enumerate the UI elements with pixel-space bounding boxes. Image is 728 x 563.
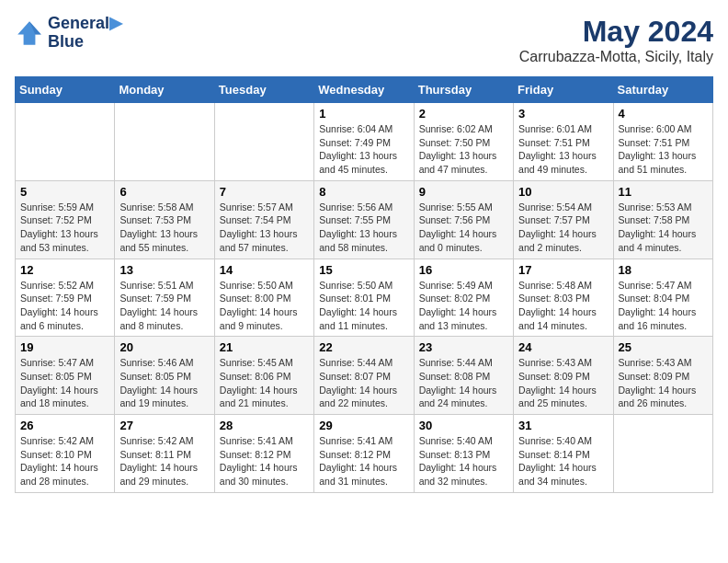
day-info: Sunrise: 5:42 AM Sunset: 8:11 PM Dayligh… xyxy=(119,434,209,488)
day-info: Sunrise: 5:59 AM Sunset: 7:52 PM Dayligh… xyxy=(20,201,109,255)
day-number: 20 xyxy=(119,340,209,354)
calendar-cell: 5Sunrise: 5:59 AM Sunset: 7:52 PM Daylig… xyxy=(16,180,115,259)
day-info: Sunrise: 6:02 AM Sunset: 7:50 PM Dayligh… xyxy=(419,122,508,177)
calendar-week-row: 12Sunrise: 5:52 AM Sunset: 7:59 PM Dayli… xyxy=(16,259,713,337)
day-number: 31 xyxy=(518,419,608,432)
day-info: Sunrise: 5:40 AM Sunset: 8:13 PM Dayligh… xyxy=(419,434,508,488)
day-number: 6 xyxy=(119,185,209,199)
day-number: 24 xyxy=(518,340,608,354)
day-number: 7 xyxy=(220,185,309,199)
day-info: Sunrise: 6:04 AM Sunset: 7:49 PM Dayligh… xyxy=(319,122,408,177)
logo-icon xyxy=(15,18,44,48)
day-info: Sunrise: 5:43 AM Sunset: 8:09 PM Dayligh… xyxy=(518,356,608,410)
day-info: Sunrise: 5:42 AM Sunset: 8:10 PM Dayligh… xyxy=(20,434,109,488)
day-number: 4 xyxy=(619,107,708,121)
day-info: Sunrise: 5:44 AM Sunset: 8:08 PM Dayligh… xyxy=(419,356,508,410)
calendar-cell: 18Sunrise: 5:47 AM Sunset: 8:04 PM Dayli… xyxy=(613,259,712,337)
day-info: Sunrise: 5:47 AM Sunset: 8:05 PM Dayligh… xyxy=(20,356,109,410)
day-info: Sunrise: 5:49 AM Sunset: 8:02 PM Dayligh… xyxy=(419,279,508,333)
main-title: May 2024 xyxy=(519,15,713,49)
day-number: 14 xyxy=(220,263,309,277)
day-info: Sunrise: 5:52 AM Sunset: 7:59 PM Dayligh… xyxy=(20,279,109,333)
calendar-cell: 15Sunrise: 5:50 AM Sunset: 8:01 PM Dayli… xyxy=(314,259,414,337)
calendar-cell: 16Sunrise: 5:49 AM Sunset: 8:02 PM Dayli… xyxy=(414,259,513,337)
day-number: 17 xyxy=(518,263,608,277)
title-block: May 2024 Carrubazza-Motta, Sicily, Italy xyxy=(519,15,713,65)
day-number: 10 xyxy=(518,185,608,199)
day-info: Sunrise: 5:44 AM Sunset: 8:07 PM Dayligh… xyxy=(319,356,408,410)
day-number: 30 xyxy=(419,419,508,432)
calendar-cell: 8Sunrise: 5:56 AM Sunset: 7:55 PM Daylig… xyxy=(314,180,414,259)
day-info: Sunrise: 5:41 AM Sunset: 8:12 PM Dayligh… xyxy=(319,434,408,488)
calendar-cell: 29Sunrise: 5:41 AM Sunset: 8:12 PM Dayli… xyxy=(314,415,414,493)
calendar-cell: 31Sunrise: 5:40 AM Sunset: 8:14 PM Dayli… xyxy=(514,415,613,493)
calendar-cell: 9Sunrise: 5:55 AM Sunset: 7:56 PM Daylig… xyxy=(414,180,513,259)
calendar-cell: 24Sunrise: 5:43 AM Sunset: 8:09 PM Dayli… xyxy=(514,337,613,415)
day-number: 16 xyxy=(419,263,508,277)
day-info: Sunrise: 5:43 AM Sunset: 8:09 PM Dayligh… xyxy=(619,356,708,410)
calendar-header-row: SundayMondayTuesdayWednesdayThursdayFrid… xyxy=(16,77,713,103)
calendar-cell: 11Sunrise: 5:53 AM Sunset: 7:58 PM Dayli… xyxy=(613,180,712,259)
calendar-cell: 17Sunrise: 5:48 AM Sunset: 8:03 PM Dayli… xyxy=(514,259,613,337)
calendar-cell: 30Sunrise: 5:40 AM Sunset: 8:13 PM Dayli… xyxy=(414,415,513,493)
logo: General▶ Blue xyxy=(15,15,122,52)
day-info: Sunrise: 5:55 AM Sunset: 7:56 PM Dayligh… xyxy=(419,201,508,255)
day-info: Sunrise: 5:47 AM Sunset: 8:04 PM Dayligh… xyxy=(619,279,708,333)
day-number: 21 xyxy=(220,340,309,354)
calendar-cell xyxy=(613,415,712,493)
day-number: 3 xyxy=(518,107,608,121)
calendar-cell: 2Sunrise: 6:02 AM Sunset: 7:50 PM Daylig… xyxy=(414,103,513,181)
calendar-cell: 25Sunrise: 5:43 AM Sunset: 8:09 PM Dayli… xyxy=(613,337,712,415)
day-info: Sunrise: 5:58 AM Sunset: 7:53 PM Dayligh… xyxy=(119,201,209,255)
day-info: Sunrise: 5:53 AM Sunset: 7:58 PM Dayligh… xyxy=(619,201,708,255)
day-number: 25 xyxy=(619,340,708,354)
day-number: 23 xyxy=(419,340,508,354)
calendar-cell: 7Sunrise: 5:57 AM Sunset: 7:54 PM Daylig… xyxy=(214,180,313,259)
calendar-week-row: 1Sunrise: 6:04 AM Sunset: 7:49 PM Daylig… xyxy=(16,103,713,181)
day-number: 13 xyxy=(119,263,209,277)
calendar-cell: 4Sunrise: 6:00 AM Sunset: 7:51 PM Daylig… xyxy=(613,103,712,181)
calendar-cell: 20Sunrise: 5:46 AM Sunset: 8:05 PM Dayli… xyxy=(115,337,214,415)
day-number: 18 xyxy=(619,263,708,277)
day-number: 15 xyxy=(319,263,408,277)
day-info: Sunrise: 5:48 AM Sunset: 8:03 PM Dayligh… xyxy=(518,279,608,333)
day-number: 11 xyxy=(619,185,708,199)
day-number: 5 xyxy=(20,185,109,199)
calendar-cell: 12Sunrise: 5:52 AM Sunset: 7:59 PM Dayli… xyxy=(16,259,115,337)
calendar-cell xyxy=(214,103,313,181)
header-cell-sunday: Sunday xyxy=(16,77,115,103)
day-number: 27 xyxy=(119,419,209,432)
day-info: Sunrise: 5:50 AM Sunset: 8:00 PM Dayligh… xyxy=(220,279,309,333)
day-number: 19 xyxy=(20,340,109,354)
day-number: 8 xyxy=(319,185,408,199)
day-info: Sunrise: 5:51 AM Sunset: 7:59 PM Dayligh… xyxy=(119,279,209,333)
day-number: 12 xyxy=(20,263,109,277)
calendar-week-row: 26Sunrise: 5:42 AM Sunset: 8:10 PM Dayli… xyxy=(16,415,713,493)
day-info: Sunrise: 6:00 AM Sunset: 7:51 PM Dayligh… xyxy=(619,122,708,177)
day-info: Sunrise: 5:56 AM Sunset: 7:55 PM Dayligh… xyxy=(319,201,408,255)
calendar-week-row: 5Sunrise: 5:59 AM Sunset: 7:52 PM Daylig… xyxy=(16,180,713,259)
day-number: 26 xyxy=(20,419,109,432)
header-cell-saturday: Saturday xyxy=(613,77,712,103)
calendar-body: 1Sunrise: 6:04 AM Sunset: 7:49 PM Daylig… xyxy=(16,103,713,493)
calendar-cell: 13Sunrise: 5:51 AM Sunset: 7:59 PM Dayli… xyxy=(115,259,214,337)
subtitle: Carrubazza-Motta, Sicily, Italy xyxy=(519,49,713,65)
calendar-cell: 14Sunrise: 5:50 AM Sunset: 8:00 PM Dayli… xyxy=(214,259,313,337)
day-number: 9 xyxy=(419,185,508,199)
calendar-cell: 23Sunrise: 5:44 AM Sunset: 8:08 PM Dayli… xyxy=(414,337,513,415)
calendar-cell: 3Sunrise: 6:01 AM Sunset: 7:51 PM Daylig… xyxy=(514,103,613,181)
header-cell-friday: Friday xyxy=(514,77,613,103)
header-cell-thursday: Thursday xyxy=(414,77,513,103)
header-cell-monday: Monday xyxy=(115,77,214,103)
calendar-cell: 10Sunrise: 5:54 AM Sunset: 7:57 PM Dayli… xyxy=(514,180,613,259)
day-info: Sunrise: 5:57 AM Sunset: 7:54 PM Dayligh… xyxy=(220,201,309,255)
calendar-cell: 19Sunrise: 5:47 AM Sunset: 8:05 PM Dayli… xyxy=(16,337,115,415)
day-info: Sunrise: 5:54 AM Sunset: 7:57 PM Dayligh… xyxy=(518,201,608,255)
calendar-cell: 21Sunrise: 5:45 AM Sunset: 8:06 PM Dayli… xyxy=(214,337,313,415)
logo-text: General▶ Blue xyxy=(48,15,122,52)
calendar-table: SundayMondayTuesdayWednesdayThursdayFrid… xyxy=(15,76,713,493)
day-info: Sunrise: 5:50 AM Sunset: 8:01 PM Dayligh… xyxy=(319,279,408,333)
calendar-cell: 22Sunrise: 5:44 AM Sunset: 8:07 PM Dayli… xyxy=(314,337,414,415)
day-info: Sunrise: 6:01 AM Sunset: 7:51 PM Dayligh… xyxy=(518,122,608,177)
day-info: Sunrise: 5:45 AM Sunset: 8:06 PM Dayligh… xyxy=(220,356,309,410)
